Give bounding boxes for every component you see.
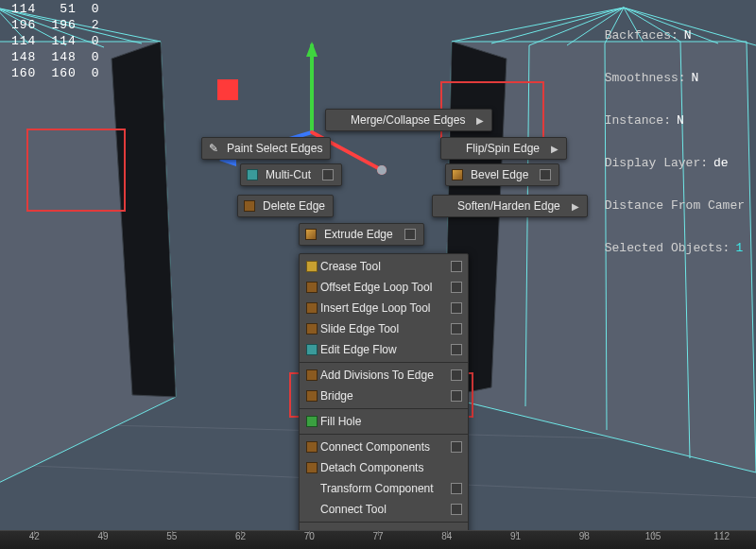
menu-label: Insert Edge Loop Tool <box>320 301 447 315</box>
menu-soften-harden-edge[interactable]: Soften/Harden Edge▶ <box>432 195 588 217</box>
menu-flip-spin-edge[interactable]: Flip/Spin Edge▶ <box>440 137 567 160</box>
menu-item-detach-components[interactable]: Detach Components <box>300 457 468 478</box>
menu-label: Flip/Spin Edge <box>466 142 540 155</box>
menu-paint-select-edges[interactable]: ✎Paint Select Edges <box>201 137 331 160</box>
menu-delete-edge[interactable]: Delete Edge <box>237 195 334 217</box>
ruler-tick: 105 <box>619 531 688 549</box>
menu-item-edit-edge-flow[interactable]: Edit Edge Flow <box>300 339 468 360</box>
option-box-icon[interactable] <box>451 302 462 314</box>
menu-item-connect-components[interactable]: Connect Components <box>300 437 468 457</box>
menu-label: Bevel Edge <box>471 168 528 181</box>
blank-icon <box>303 502 320 517</box>
timeline-ruler[interactable]: 424955627077849198105112 <box>0 530 756 549</box>
menu-item-slide-edge-tool[interactable]: Slide Edge Tool <box>300 318 468 339</box>
menu-label: Multi-Cut <box>266 168 311 181</box>
menu-label: Delete Edge <box>263 199 325 213</box>
menu-label: Offset Edge Loop Tool <box>320 281 447 294</box>
menu-label: Merge/Collapse Edges <box>351 113 465 127</box>
menu-label: Fill Hole <box>320 415 462 428</box>
ruler-tick: 112 <box>687 531 756 549</box>
menu-item-bridge[interactable]: Bridge <box>300 386 468 406</box>
option-box-icon[interactable] <box>404 229 416 240</box>
submenu-arrow-icon: ▶ <box>572 201 579 212</box>
menu-label: Edit Edge Flow <box>320 343 447 356</box>
ruler-tick: 42 <box>0 531 69 549</box>
teal-icon <box>303 342 320 357</box>
option-box-icon[interactable] <box>540 169 551 180</box>
menu-label: Slide Edge Tool <box>320 322 447 335</box>
yellow-icon <box>303 259 320 274</box>
option-box-icon[interactable] <box>451 261 462 272</box>
option-box-icon[interactable] <box>451 323 462 335</box>
submenu-arrow-icon: ▶ <box>476 115 484 126</box>
multicut-icon <box>245 167 260 182</box>
ruler-tick: 70 <box>275 531 344 549</box>
green-icon <box>303 414 320 429</box>
br-icon <box>303 300 320 316</box>
menu-label: Bridge <box>320 389 447 403</box>
hud-stats-left: 114510 1961962 1141140 1481480 1601600 <box>9 0 115 82</box>
hud-stats-right: Backfaces:N Smoothness:N Instance:N Disp… <box>605 0 750 269</box>
menu-item-fill-hole[interactable]: Fill Hole <box>300 411 468 432</box>
svg-rect-30 <box>217 79 238 100</box>
brush-icon: ✎ <box>206 141 221 156</box>
menu-label: Detach Components <box>320 461 462 474</box>
menu-label: Crease Tool <box>320 260 447 273</box>
menu-label: Transform Component <box>320 482 447 495</box>
menu-item-connect-tool[interactable]: Connect Tool <box>300 499 468 520</box>
option-box-icon[interactable] <box>451 369 462 381</box>
bevel-icon <box>450 167 465 182</box>
delete-icon <box>242 198 257 214</box>
pivot-dot <box>377 165 387 175</box>
menu-item-transform-component[interactable]: Transform Component <box>300 478 468 499</box>
blank-icon <box>303 481 320 496</box>
menu-merge-collapse-edges[interactable]: Merge/Collapse Edges▶ <box>325 109 492 131</box>
menu-label: Connect Tool <box>320 503 447 516</box>
option-box-icon[interactable] <box>451 282 462 293</box>
menu-label: Paint Select Edges <box>227 142 322 155</box>
option-box-icon[interactable] <box>451 390 462 402</box>
br-icon <box>303 388 320 403</box>
menu-label: Connect Components <box>320 440 447 454</box>
option-box-icon[interactable] <box>451 441 462 453</box>
extrude-icon <box>303 227 318 242</box>
menu-item-offset-edge-loop-tool[interactable]: Offset Edge Loop Tool <box>300 277 468 298</box>
menu-extrude-edge[interactable]: Extrude Edge <box>299 223 424 246</box>
br-icon <box>303 280 320 295</box>
menu-label: Soften/Harden Edge <box>457 199 560 213</box>
ruler-tick: 49 <box>69 531 138 549</box>
ruler-tick: 91 <box>481 531 550 549</box>
br-icon <box>303 439 320 455</box>
edge-tools-menu[interactable]: Crease ToolOffset Edge Loop ToolInsert E… <box>299 253 469 548</box>
svg-marker-25 <box>306 42 318 57</box>
submenu-arrow-icon: ▶ <box>551 144 558 154</box>
menu-item-insert-edge-loop-tool[interactable]: Insert Edge Loop Tool <box>300 298 468 318</box>
menu-bevel-edge[interactable]: Bevel Edge <box>445 163 559 186</box>
ruler-tick: 55 <box>137 531 206 549</box>
ruler-tick: 62 <box>206 531 275 549</box>
br-icon <box>303 460 320 475</box>
ruler-tick: 84 <box>412 531 481 549</box>
option-box-icon[interactable] <box>451 504 462 515</box>
menu-label: Add Divisions To Edge <box>320 369 447 382</box>
menu-item-add-divisions-to-edge[interactable]: Add Divisions To Edge <box>300 365 468 386</box>
br-icon <box>303 321 320 336</box>
option-box-icon[interactable] <box>322 169 334 180</box>
menu-item-crease-tool[interactable]: Crease Tool <box>300 256 468 277</box>
menu-label: Extrude Edge <box>324 228 393 241</box>
ruler-tick: 77 <box>344 531 413 549</box>
option-box-icon[interactable] <box>451 483 462 494</box>
option-box-icon[interactable] <box>451 344 462 355</box>
ruler-tick: 98 <box>550 531 619 549</box>
menu-multi-cut[interactable]: Multi-Cut <box>240 163 342 186</box>
br-icon <box>303 368 320 383</box>
